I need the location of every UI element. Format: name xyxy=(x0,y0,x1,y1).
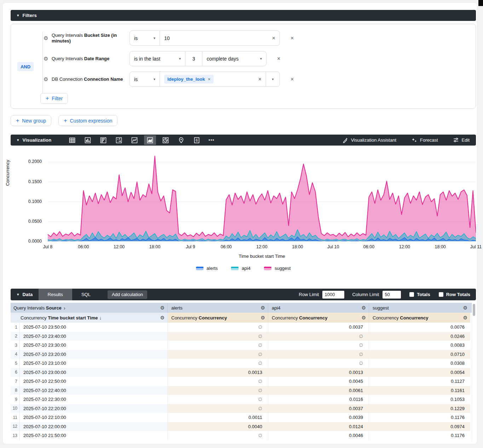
legend-item-alerts[interactable]: alerts xyxy=(196,266,218,271)
filter-operator-select[interactable]: is▾ xyxy=(130,31,160,45)
scatter-chart-icon[interactable] xyxy=(113,135,125,145)
value-cell-alerts[interactable]: ∅ xyxy=(168,350,268,359)
row-totals-checkbox[interactable] xyxy=(439,292,443,297)
value-cell-alerts[interactable]: 0.0011 xyxy=(168,413,268,422)
value-cell-alerts[interactable]: ∅ xyxy=(168,332,268,341)
time-cell[interactable]: 2025-07-10 22:00:00 xyxy=(20,422,168,431)
filter-operator-select[interactable]: is in the last▾ xyxy=(130,51,185,66)
gear-icon[interactable]: ⚙ xyxy=(160,305,165,311)
area-chart-icon[interactable] xyxy=(144,135,156,145)
value-cell-api4[interactable]: 0.0061 xyxy=(268,386,369,395)
value-cell-alerts[interactable]: ∅ xyxy=(168,404,268,413)
gear-icon[interactable]: ⚙ xyxy=(361,305,366,311)
filter-suggestions-dropdown[interactable]: ▾ xyxy=(266,72,280,86)
value-cell-alerts[interactable]: 0.0013 xyxy=(168,368,268,377)
value-cell-api4[interactable]: ∅ xyxy=(268,350,369,359)
gear-icon[interactable]: ⚙ xyxy=(260,315,265,321)
value-cell-api4[interactable]: ∅ xyxy=(268,359,369,368)
collapse-caret-icon[interactable]: ▾ xyxy=(17,292,19,297)
legend-item-api4[interactable]: api4 xyxy=(231,266,251,271)
value-cell-api4[interactable]: 0.0116 xyxy=(268,395,369,404)
sort-desc-icon[interactable]: ↓ xyxy=(99,315,102,321)
value-cell-suggest[interactable]: 0.0083 xyxy=(369,341,470,350)
time-cell[interactable]: 2025-07-10 22:50:00 xyxy=(20,377,168,386)
bar-chart-icon[interactable] xyxy=(97,135,109,145)
column-limit-input[interactable] xyxy=(383,291,401,299)
time-cell[interactable]: 2025-07-10 23:40:00 xyxy=(20,332,168,341)
filter-number-input[interactable]: 3 xyxy=(185,51,202,66)
time-cell[interactable]: 2025-07-10 23:20:00 xyxy=(20,350,168,359)
filter-value-multiselect[interactable]: ldeploy_the_look× × xyxy=(160,72,266,86)
table-scrollbar[interactable] xyxy=(472,303,476,441)
clear-value-icon[interactable]: × xyxy=(269,35,275,41)
gear-icon[interactable]: ⚙ xyxy=(260,305,265,311)
row-limit-input[interactable] xyxy=(322,291,344,299)
scrollbar-thumb[interactable] xyxy=(473,304,475,316)
value-cell-suggest[interactable]: 0.1176 xyxy=(369,413,470,422)
legend-item-suggest[interactable]: suggest xyxy=(264,266,291,271)
value-cell-api4[interactable]: 0.0013 xyxy=(268,368,369,377)
gear-icon[interactable]: ⚙ xyxy=(44,76,48,83)
time-cell[interactable]: 2025-07-10 23:50:00 xyxy=(20,323,168,332)
value-cell-suggest[interactable]: 0.1127 xyxy=(369,377,470,386)
single-value-icon[interactable]: 6 xyxy=(191,135,203,145)
visualization-assistant-button[interactable]: Visualization Assistant xyxy=(342,137,396,143)
remove-filter-icon[interactable]: × xyxy=(291,35,294,41)
more-chart-types-icon[interactable]: ••• xyxy=(206,137,217,143)
value-cell-alerts[interactable]: ∅ xyxy=(168,395,268,404)
add-filter-button[interactable]: + Filter xyxy=(40,93,68,104)
time-cell[interactable]: 2025-07-10 23:10:00 xyxy=(20,359,168,368)
dimension-group-header[interactable]: Query Intervals Source › ⚙ xyxy=(11,303,168,313)
remove-chip-icon[interactable]: × xyxy=(208,76,211,82)
concurrency-column-header[interactable]: Concurrency Concurrency ⚙ xyxy=(369,313,470,323)
value-cell-api4[interactable]: 0.0037 xyxy=(268,323,369,332)
concurrency-column-header[interactable]: Concurrency Concurrency ⚙ xyxy=(268,313,369,323)
forecast-button[interactable]: Forecast xyxy=(411,137,438,143)
time-cell[interactable]: 2025-07-10 22:20:00 xyxy=(20,404,168,413)
value-cell-suggest[interactable]: 0.1161 xyxy=(369,386,470,395)
filters-section-header[interactable]: ▾ Filters xyxy=(11,10,476,21)
map-pin-icon[interactable] xyxy=(175,135,187,145)
time-cell[interactable]: 2025-07-10 21:50:00 xyxy=(20,431,168,440)
gear-icon[interactable]: ⚙ xyxy=(463,315,467,321)
remove-filter-icon[interactable]: × xyxy=(277,56,280,62)
measure-group-header-api4[interactable]: api4 ⚙ xyxy=(268,303,369,313)
clear-value-icon[interactable]: × xyxy=(255,76,261,83)
collapse-caret-icon[interactable]: ▾ xyxy=(17,13,19,18)
value-cell-alerts[interactable]: ∅ xyxy=(168,377,268,386)
value-cell-suggest[interactable]: 0.1176 xyxy=(369,431,470,440)
filter-value-chip[interactable]: ldeploy_the_look× xyxy=(164,75,214,84)
column-chart-icon[interactable] xyxy=(82,135,94,145)
value-cell-api4[interactable]: 0.0037 xyxy=(268,404,369,413)
time-cell[interactable]: 2025-07-10 22:30:00 xyxy=(20,395,168,404)
time-cell[interactable]: 2025-07-10 23:00:00 xyxy=(20,368,168,377)
value-cell-alerts[interactable]: ∅ xyxy=(168,359,268,368)
measure-group-header-alerts[interactable]: alerts ⚙ xyxy=(168,303,268,313)
value-cell-suggest[interactable]: 0.1229 xyxy=(369,404,470,413)
time-cell[interactable]: 2025-07-10 23:30:00 xyxy=(20,341,168,350)
add-calculation-button[interactable]: Add calculation xyxy=(108,290,147,299)
value-cell-api4[interactable]: ∅ xyxy=(268,341,369,350)
collapse-caret-icon[interactable]: ▾ xyxy=(17,138,19,142)
value-cell-suggest[interactable]: 0.0974 xyxy=(369,422,470,431)
filter-unit-select[interactable]: complete days▾ xyxy=(202,51,266,66)
filter-value-input[interactable]: 10 × xyxy=(160,31,280,45)
custom-expression-button[interactable]: + Custom expression xyxy=(58,115,117,126)
tab-results[interactable]: Results xyxy=(39,289,72,300)
value-cell-alerts[interactable]: ∅ xyxy=(168,431,268,440)
area-chart-plot[interactable] xyxy=(48,154,476,242)
value-cell-suggest[interactable]: 0.0710 xyxy=(369,350,470,359)
value-cell-alerts[interactable]: ∅ xyxy=(168,386,268,395)
remove-filter-icon[interactable]: × xyxy=(291,76,294,83)
value-cell-api4[interactable]: ∅ xyxy=(268,332,369,341)
new-group-button[interactable]: + New group xyxy=(11,115,51,126)
filter-operator-select[interactable]: is▾ xyxy=(130,72,160,86)
value-cell-suggest[interactable]: 0.1053 xyxy=(369,395,470,404)
gear-icon[interactable]: ⚙ xyxy=(44,35,48,41)
value-cell-alerts[interactable]: ∅ xyxy=(168,323,268,332)
value-cell-api4[interactable]: 0.0045 xyxy=(268,377,369,386)
value-cell-suggest[interactable]: 0.0076 xyxy=(369,323,470,332)
edit-visualization-button[interactable]: Edit xyxy=(453,137,470,143)
value-cell-api4[interactable]: 0.0046 xyxy=(268,431,369,440)
table-chart-icon[interactable] xyxy=(66,135,78,145)
